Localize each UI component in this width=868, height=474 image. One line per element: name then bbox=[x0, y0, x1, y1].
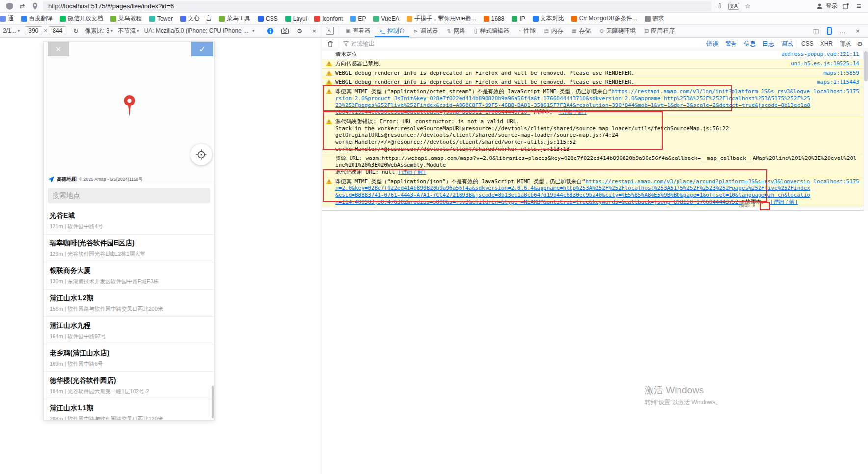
bookmark-item[interactable]: EP bbox=[350, 15, 366, 22]
map-area[interactable]: × ✓ 高德地图 © 2025 Amap - GS(2024)1 bbox=[44, 42, 214, 184]
bookmark-item[interactable]: Tower bbox=[149, 15, 173, 22]
dpr-selector[interactable]: 像素比: 3▾ bbox=[85, 27, 113, 35]
devtools-tab-label: 网络 bbox=[454, 27, 465, 35]
clear-console-trash-icon[interactable] bbox=[326, 39, 335, 49]
console-category-filter-button[interactable]: 请求 bbox=[840, 40, 851, 48]
bookmark-item[interactable]: 手摸手，带你用vue撸... bbox=[407, 14, 476, 23]
console-filter-input[interactable]: 过滤输出 bbox=[343, 40, 703, 48]
rdm-close-icon[interactable]: × bbox=[310, 26, 319, 36]
bookmark-item[interactable]: VueEA bbox=[373, 15, 399, 22]
translate-icon[interactable]: 文A bbox=[728, 3, 739, 10]
devtools-meatball-menu-icon[interactable]: … bbox=[838, 26, 847, 36]
list-scrollbar[interactable] bbox=[212, 386, 214, 418]
save-page-icon[interactable]: ⇩ bbox=[715, 1, 724, 11]
bookmark-item[interactable]: 菜鸟工具 bbox=[219, 14, 250, 23]
bookmark-item[interactable]: 需求 bbox=[645, 14, 664, 23]
console-level-filter-button[interactable]: 警告 bbox=[725, 40, 737, 48]
account-button[interactable]: 登录 bbox=[815, 1, 838, 11]
place-list-item[interactable]: 老乡鸡(清江山水店) 169m | 软件园中路6号 bbox=[44, 344, 214, 372]
place-list-item[interactable]: 光谷E城 121m | 软件园中路4号 bbox=[44, 207, 214, 235]
bookmark-item[interactable]: C# MongoDB多条件... bbox=[571, 14, 637, 23]
source-link[interactable]: localhost:5175 bbox=[814, 88, 859, 95]
pick-element-icon[interactable]: ↖ bbox=[326, 27, 334, 35]
devtools-tab[interactable]: {} 样式编辑器 bbox=[470, 25, 514, 37]
console-message-warning-mime-json[interactable]: 即便其 MIME 类型（“application/json”）不是有效的 Jav… bbox=[322, 177, 863, 207]
bookmark-item[interactable]: Layui bbox=[285, 15, 307, 22]
url-bar[interactable]: http://localhost:5175/#/pages/live/index… bbox=[43, 1, 711, 11]
shield-icon[interactable] bbox=[5, 1, 14, 11]
console-settings-gear-icon[interactable]: ⚙ bbox=[855, 39, 864, 49]
devtools-tab[interactable]: ⊙ 无障碍环境 bbox=[595, 25, 640, 37]
bookmark-item[interactable]: iconfont bbox=[314, 15, 343, 22]
place-list-item[interactable]: 银联商务大厦 130m | 东湖新技术开发区软件园中路E城E3栋 bbox=[44, 262, 214, 290]
source-link[interactable]: maps:1:5859 bbox=[823, 70, 859, 77]
responsive-mode-toggle-icon[interactable] bbox=[827, 27, 832, 35]
close-button[interactable]: × bbox=[48, 42, 69, 56]
bookmark-item[interactable]: 微信开放文档 bbox=[60, 14, 103, 23]
console-level-filter-button[interactable]: 调试 bbox=[781, 40, 793, 48]
screenshot-camera-icon[interactable] bbox=[280, 26, 289, 36]
rotate-viewport-icon[interactable]: ↻ bbox=[71, 26, 80, 36]
place-list-item[interactable]: 瑞幸咖啡(光谷软件园E区店) 129m | 光谷软件园光谷E城E2栋1层大堂 bbox=[44, 235, 214, 262]
place-list-item[interactable]: 清江山水九程 164m | 软件园中路97号 bbox=[44, 317, 214, 344]
devtools-tab[interactable]: ⊞ 应用程序 bbox=[640, 25, 679, 37]
source-link[interactable]: maps:1:115443 bbox=[817, 79, 859, 86]
device-selector[interactable]: 2/1...▾ bbox=[3, 27, 20, 34]
devtools-tab[interactable]: ⇅ 网络 bbox=[442, 25, 469, 37]
console-message-warning[interactable]: WEBGL_debug_renderer_info is deprecated … bbox=[322, 78, 863, 87]
learn-more-link[interactable]: [详细了解] bbox=[770, 199, 798, 205]
learn-more-link[interactable]: [详细了解] bbox=[559, 109, 587, 115]
user-agent-selector[interactable]: UA: Mozilla/5.0 (iPhone; CPU iPhone OS 1… bbox=[144, 27, 255, 34]
console-category-filter-button[interactable]: CSS bbox=[801, 40, 814, 47]
devtools-tab[interactable]: ⊳ 调试器 bbox=[409, 25, 442, 37]
learn-more-link[interactable]: [详细了解] bbox=[398, 169, 426, 175]
devtools-tab[interactable]: ◔ 性能 bbox=[514, 25, 540, 37]
console-level-filter-button[interactable]: 日志 bbox=[762, 40, 774, 48]
source-link[interactable]: localhost:5175 bbox=[814, 178, 859, 185]
devtools-tab[interactable]: ▤ 内存 bbox=[540, 25, 567, 37]
console-level-filter-button[interactable]: 信息 bbox=[744, 40, 756, 48]
devtools-close-icon[interactable]: × bbox=[853, 26, 862, 36]
devtools-tab[interactable]: >_ 控制台 bbox=[375, 25, 409, 37]
permissions-swap-icon[interactable]: ⇄ bbox=[18, 1, 27, 11]
locate-me-button[interactable] bbox=[190, 144, 212, 165]
console-message-warning-sourcemap[interactable]: 源代码映射错误: Error: URL constructor: is not … bbox=[322, 117, 863, 154]
bookmark-item[interactable]: 百度翻译 bbox=[21, 14, 53, 23]
console-scrollbar-thumb[interactable] bbox=[864, 51, 868, 81]
viewport-width-input[interactable] bbox=[25, 26, 42, 35]
place-list-item[interactable]: 清江山水1.1期 208m | 软件园中路与软件园路交叉口西北120米 bbox=[44, 399, 214, 421]
scroll-position-indicator[interactable]: 顶部 ⇕ bbox=[739, 201, 756, 209]
bookmark-item[interactable]: 文本对比 bbox=[533, 14, 564, 23]
console-category-filter-button[interactable]: XHR bbox=[820, 40, 833, 47]
menu-icon[interactable]: ≡ bbox=[854, 1, 863, 11]
console-message-warning-resource[interactable]: 资源 URL: wasm:https://webapi.amap.com/map… bbox=[322, 154, 863, 177]
console-message-warning[interactable]: WEBGL_debug_renderer_info is deprecated … bbox=[322, 69, 863, 78]
throttling-selector[interactable]: 不节流▾ bbox=[118, 27, 139, 35]
devtools-tab[interactable]: ▣ 查看器 bbox=[341, 25, 375, 37]
console-level-filter-button[interactable]: 错误 bbox=[706, 40, 718, 48]
touch-simulation-icon[interactable] bbox=[266, 26, 274, 36]
bookmark-item[interactable]: 文心一言 bbox=[180, 14, 212, 23]
bookmark-item[interactable]: CSS bbox=[258, 15, 278, 22]
console-message-warning-mime-octet[interactable]: 即便其 MIME 类型（“application/octet-stream”）不… bbox=[322, 87, 863, 117]
console-message-log[interactable]: 请求定位 address-popup.vue:221:11 bbox=[322, 50, 863, 59]
source-link[interactable]: uni-h5.es.js:19525:14 bbox=[791, 60, 859, 67]
place-list-item[interactable]: 德华楼(光谷软件园店) 184m | 光谷软件园六期第一幢1层102号-2 bbox=[44, 372, 214, 399]
search-input[interactable]: 搜索地点 bbox=[48, 188, 210, 203]
bookmark-item[interactable]: 1688 bbox=[484, 15, 505, 22]
console-scrollbar[interactable] bbox=[863, 50, 868, 211]
bookmark-item[interactable]: 通 bbox=[0, 14, 14, 23]
geolocation-pin-icon[interactable] bbox=[30, 1, 39, 11]
source-link[interactable]: address-popup.vue:221:11 bbox=[781, 51, 859, 58]
bookmark-item[interactable]: IP bbox=[512, 15, 525, 22]
confirm-button[interactable]: ✓ bbox=[191, 42, 213, 56]
devtools-tab[interactable]: ▦ 存储 bbox=[568, 25, 595, 37]
viewport-height-input[interactable] bbox=[49, 26, 66, 35]
split-console-icon[interactable]: ◫ bbox=[812, 26, 820, 36]
place-list-item[interactable]: 清江山水1.2期 156m | 软件园路与软件园中路交叉口西北200米 bbox=[44, 290, 214, 317]
bookmark-item[interactable]: 菜鸟教程 bbox=[110, 14, 142, 23]
rdm-settings-gear-icon[interactable]: ⚙ bbox=[295, 26, 304, 36]
console-message-warning[interactable]: 方向传感器已禁用。 uni-h5.es.js:19525:14 bbox=[322, 59, 863, 69]
bookmark-star-icon[interactable]: ☆ bbox=[743, 1, 752, 11]
extensions-icon[interactable] bbox=[841, 1, 850, 11]
